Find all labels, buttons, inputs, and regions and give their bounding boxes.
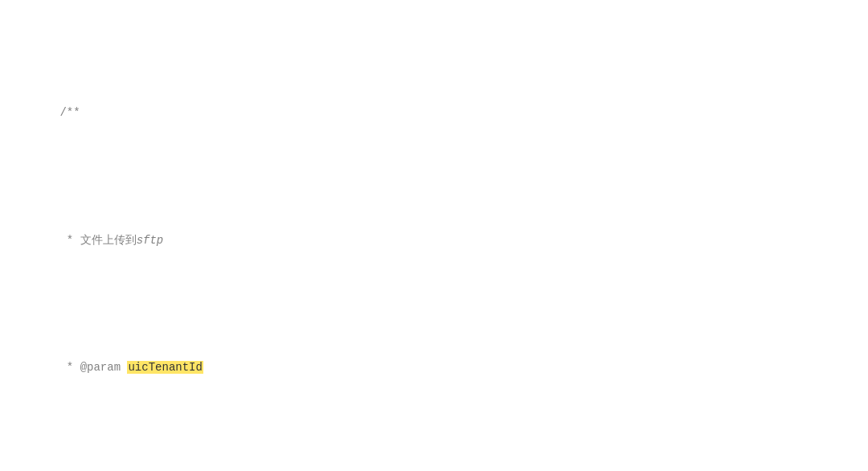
code-line-1: /** <box>19 85 849 141</box>
comment-param: * @param uicTenantId <box>59 361 203 374</box>
code-editor: /** * 文件上传到sftp * @param uicTenantId * @… <box>0 0 868 471</box>
code-line-4: * @return <box>19 468 849 471</box>
param-name: uicTenantId <box>127 361 203 374</box>
comment-open: /** <box>59 106 80 119</box>
code-content: /** * 文件上传到sftp * @param uicTenantId * @… <box>19 13 849 471</box>
param-tag: @param <box>80 361 121 374</box>
comment-text-1: * 文件上传到sftp <box>59 234 163 247</box>
code-line-3: * @param uicTenantId <box>19 340 849 395</box>
code-line-2: * 文件上传到sftp <box>19 212 849 268</box>
